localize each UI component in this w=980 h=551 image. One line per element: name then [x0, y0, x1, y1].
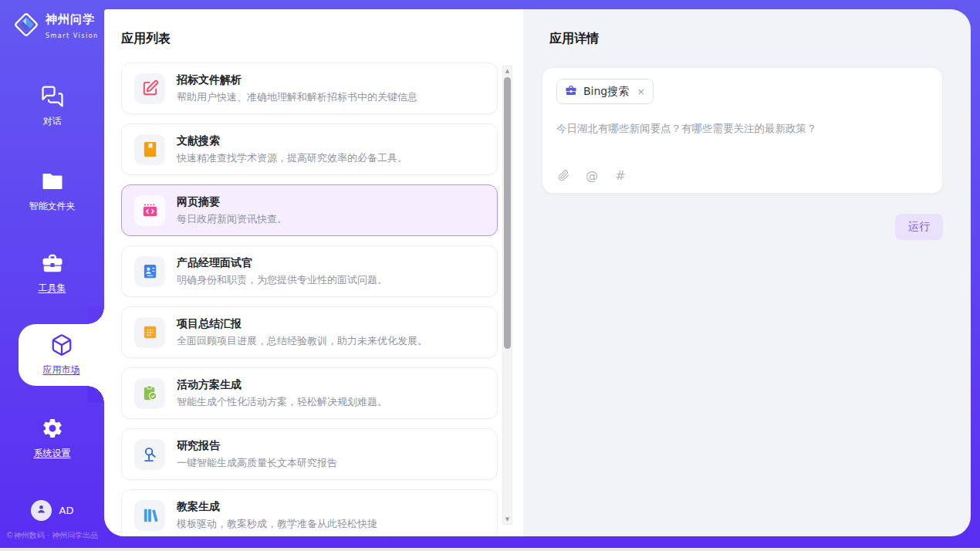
edit-document-icon	[134, 73, 165, 104]
composer-actions: @#	[556, 168, 627, 182]
sidebar-item-label: 工具集	[0, 282, 104, 295]
research-icon	[134, 439, 165, 470]
sidebar-item-label: 对话	[0, 115, 104, 128]
app-card-title: 活动方案生成	[177, 378, 387, 392]
person-icon	[35, 502, 48, 519]
app-card-desc: 智能生成个性化活动方案，轻松解决规划难题。	[177, 395, 387, 409]
scroll-up-icon[interactable]: ▲	[503, 66, 512, 76]
app-card-title: 教案生成	[177, 500, 377, 514]
sidebar-item-应用市场[interactable]: 应用市场	[19, 324, 104, 386]
scroll-down-icon[interactable]: ▼	[503, 515, 512, 524]
app-list-title: 应用列表	[121, 31, 171, 47]
interviewer-icon	[134, 256, 165, 287]
scrollbar[interactable]: ▲ ▼	[502, 66, 512, 525]
scrollbar-thumb[interactable]	[504, 77, 511, 349]
brand-name: 神州问学	[46, 12, 95, 26]
app-card-title: 文献搜索	[177, 134, 407, 148]
query-text[interactable]: 今日湖北有哪些新闻要点？有哪些需要关注的最新政策？	[556, 122, 928, 136]
app-list-panel: 应用列表 招标文件解析 帮助用户快速、准确地理解和解析招标书中的关键信息 文献搜…	[104, 9, 523, 536]
app-card-desc: 模板驱动，教案秒成，教学准备从此轻松快捷	[177, 517, 377, 531]
app-detail-panel: 应用详情 Bing搜索 × 今日湖北有哪些新闻要点？有哪些需要关注的最新政策？ …	[523, 9, 971, 536]
app-card-desc: 帮助用户快速、准确地理解和解析招标书中的关键信息	[177, 90, 417, 104]
app-card[interactable]: 活动方案生成 智能生成个性化活动方案，轻松解决规划难题。	[121, 367, 498, 419]
app-card-desc: 每日政府新闻资讯快查。	[177, 212, 287, 226]
app-card[interactable]: 教案生成 模板驱动，教案秒成，教学准备从此轻松快捷	[121, 489, 498, 536]
composer-card[interactable]: Bing搜索 × 今日湖北有哪些新闻要点？有哪些需要关注的最新政策？ @#	[542, 67, 943, 194]
cube-icon	[50, 333, 73, 357]
toolbox-icon	[41, 252, 64, 275]
report-note-icon	[134, 317, 165, 348]
clipboard-check-icon	[134, 378, 165, 409]
app-card-desc: 快速精准查找学术资源，提高研究效率的必备工具。	[177, 151, 407, 165]
paperclip-icon[interactable]	[556, 168, 570, 182]
user-row[interactable]: AD	[0, 500, 104, 521]
app-card-title: 网页摘要	[177, 195, 287, 209]
sidebar-item-智能文件夹[interactable]: 智能文件夹	[0, 170, 104, 213]
app-card-desc: 明确身份和职责，为您提供专业性的面试问题。	[177, 273, 387, 287]
app-card[interactable]: 产品经理面试官 明确身份和职责，为您提供专业性的面试问题。	[121, 245, 498, 297]
app-card[interactable]: 项目总结汇报 全面回顾项目进展，总结经验教训，助力未来优化发展。	[121, 306, 498, 358]
gear-icon	[41, 417, 64, 440]
user-initials: AD	[59, 505, 74, 516]
tool-tag-label: Bing搜索	[583, 85, 629, 99]
app-card-title: 项目总结汇报	[177, 317, 427, 331]
web-code-icon	[134, 195, 165, 226]
app-card-title: 产品经理面试官	[177, 256, 387, 270]
app-card[interactable]: 招标文件解析 帮助用户快速、准确地理解和解析招标书中的关键信息	[121, 63, 498, 114]
folder-icon	[41, 170, 64, 193]
app-card-desc: 全面回顾项目进展，总结经验教训，助力未来优化发展。	[177, 334, 427, 348]
hash-icon[interactable]: #	[613, 168, 627, 182]
sidebar-item-label: 系统设置	[0, 447, 104, 460]
run-row: 运行	[542, 214, 943, 240]
sidebar-item-系统设置[interactable]: 系统设置	[0, 417, 104, 460]
brand-subtitle: Smart Vision	[46, 32, 99, 39]
app-card[interactable]: 网页摘要 每日政府新闻资讯快查。	[121, 184, 498, 236]
app-cards: 招标文件解析 帮助用户快速、准确地理解和解析招标书中的关键信息 文献搜索 快速精…	[121, 63, 498, 536]
book-icon	[134, 134, 165, 165]
close-icon[interactable]: ×	[637, 86, 645, 97]
brand-logo: 神州问学 Smart Vision	[12, 11, 104, 42]
main-frame: 应用列表 招标文件解析 帮助用户快速、准确地理解和解析招标书中的关键信息 文献搜…	[104, 9, 971, 536]
app-card[interactable]: 研究报告 一键智能生成高质量长文本研究报告	[121, 428, 498, 480]
at-icon[interactable]: @	[585, 168, 599, 182]
chat-icon	[41, 85, 64, 108]
run-button[interactable]: 运行	[895, 214, 943, 240]
app-card-desc: 一键智能生成高质量长文本研究报告	[177, 456, 337, 470]
sidebar-item-label: 应用市场	[19, 363, 104, 377]
app-card-title: 研究报告	[177, 439, 337, 453]
sidebar-footer: ©神州数码 · 神州问学出品	[0, 530, 104, 541]
sidebar-item-工具集[interactable]: 工具集	[0, 252, 104, 295]
app-card[interactable]: 文献搜索 快速精准查找学术资源，提高研究效率的必备工具。	[121, 123, 498, 175]
app-detail-title: 应用详情	[549, 31, 943, 47]
sidebar: 神州问学 Smart Vision 对话 智能文件夹 工具集 应用市场 系统设置…	[0, 0, 104, 551]
app-card-title: 招标文件解析	[177, 73, 417, 87]
sidebar-item-对话[interactable]: 对话	[0, 85, 104, 128]
books-icon	[134, 500, 165, 531]
tool-tag[interactable]: Bing搜索 ×	[556, 79, 654, 104]
briefcase-icon	[565, 84, 577, 99]
avatar	[31, 500, 52, 521]
diamond-logo	[12, 11, 40, 42]
sidebar-item-label: 智能文件夹	[0, 200, 104, 213]
